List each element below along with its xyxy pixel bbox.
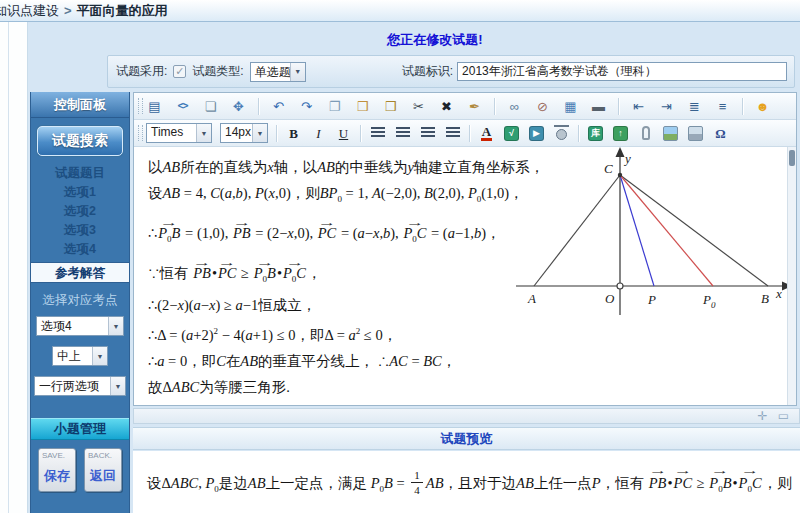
page-break-icon[interactable] [553,125,570,142]
fullscreen-icon[interactable]: ✥ [230,98,247,115]
segment-AC [534,175,620,286]
copy-icon[interactable]: ❐ [326,98,343,115]
paste-from-word-icon[interactable]: ❒ [382,98,399,115]
cut-icon[interactable]: ✂ [410,98,427,115]
bold-icon[interactable]: B [285,125,302,142]
question-meta-form: 试题采用: ✓ 试题类型: 单选题 ▼ 试题标识: [107,55,795,88]
left-gutter [0,22,28,513]
sub-question-header: 小题管理 [31,418,129,440]
special-char-icon[interactable]: Ω [712,125,729,142]
link-icon[interactable]: ∞ [506,98,523,115]
point-C [618,173,622,177]
outdent-icon[interactable]: ⇤ [630,98,647,115]
table-icon[interactable]: ▦ [562,98,579,115]
insert-image-icon[interactable] [662,125,679,142]
emoticon-icon[interactable]: ☻ [754,98,771,115]
remove-format-icon[interactable]: ✖ [438,98,455,115]
insert-picture-icon[interactable] [687,125,704,142]
font-color-icon[interactable]: A [478,125,495,142]
unordered-list-icon[interactable]: ≡ [714,98,731,115]
main-panel: 您正在修改试题! 试题采用: ✓ 试题类型: 单选题 ▼ 试题标识: 控制面板 … [0,22,800,513]
sidebar-item-option4[interactable]: 选项4 [31,240,129,259]
resource-library-icon[interactable]: 库 [587,125,604,142]
media-icon[interactable]: ▶ [528,125,545,142]
horizontal-rule-icon[interactable]: ▬ [590,98,607,115]
app-window: 知识点建设>平面向量的应用 您正在修改试题! 试题采用: ✓ 试题类型: 单选题… [0,0,800,513]
label-y: y [623,151,631,166]
back-button[interactable]: BACK.返回 [84,448,122,492]
formula-editor-icon[interactable]: √ [503,125,520,142]
italic-icon[interactable]: I [310,125,327,142]
chevron-down-icon: ▼ [108,317,123,335]
id-label: 试题标识: [402,63,453,80]
label-x: x [775,286,782,301]
chevron-down-icon: ▼ [196,124,211,142]
editor-scrollbar[interactable] [787,147,796,405]
math-line: 故ΔABC为等腰三角形. [148,374,796,400]
save-button[interactable]: SAVE.保存 [38,448,76,492]
editor-toolbar-row1: ▤<>❏✥↶↷❐❒❒✂✖✒∞⊘▦▬⇤⇥≣≡☻ [134,93,796,120]
knowledge-point-label: 选择对应考点 [31,292,129,309]
adopt-label: 试题采用: [116,63,167,80]
source-code-icon[interactable]: <> [174,98,191,115]
align-left-icon[interactable] [419,125,436,142]
ordered-list-icon[interactable]: ≣ [686,98,703,115]
expand-icon[interactable]: ✛ [758,410,768,422]
collapse-icon[interactable]: ▭ [778,410,789,422]
segment-CB [620,175,768,286]
sidebar-item-option3[interactable]: 选项3 [31,221,129,240]
upload-image-icon[interactable]: ↑ [612,125,629,142]
align-right-icon[interactable] [444,125,461,142]
preview-body: 设ΔABC, P0是边AB上一定点，满足 P0B = 14AB，且对于边AB上任… [133,451,800,513]
layout-select[interactable]: 一行两选项▼ [34,376,126,396]
toolbar-separator [258,98,259,115]
segment-CP [620,175,654,286]
label-P0: P0 [702,292,716,310]
check-icon: ✓ [175,65,184,78]
format-painter-icon[interactable]: ✒ [466,98,483,115]
align-justify-icon[interactable] [369,125,386,142]
toolbar-separator [618,98,619,115]
label-B: B [761,291,769,306]
save-icon[interactable]: ▤ [146,98,163,115]
preview-line: 设ΔABC, P0是边AB上一定点，满足 P0B = 14AB，且对于边AB上任… [133,451,800,498]
redo-icon[interactable]: ↷ [298,98,315,115]
indent-icon[interactable]: ⇥ [658,98,675,115]
label-P: P [647,292,656,307]
scrollbar-thumb[interactable] [789,150,795,166]
font-family-select[interactable]: Times ▼ [146,123,212,143]
difficulty-select[interactable]: 中上▼ [52,346,108,366]
toolbar-separator [469,125,470,142]
sidebar-item-reference-answer[interactable]: 参考解答 [31,262,129,283]
editing-notice: 您正在修改试题! [0,31,800,49]
segment-CP0 [620,175,713,286]
sidebar-item-option2[interactable]: 选项2 [31,202,129,221]
toolbar-separator [578,125,579,142]
editor-content[interactable]: 以AB所在的直线为x轴，以AB的中垂线为y轴建立直角坐标系，设AB = 4, C… [134,147,796,405]
chevron-down-icon: ▼ [290,63,305,81]
underline-icon[interactable]: U [335,125,352,142]
attachment-icon[interactable] [637,125,654,142]
chevron-down-icon: ▼ [92,347,107,365]
undo-icon[interactable]: ↶ [270,98,287,115]
breadcrumb: 知识点建设>平面向量的应用 [0,0,800,22]
sidebar-item-question-body[interactable]: 试题题目 [31,164,129,183]
paste-icon[interactable]: ❒ [354,98,371,115]
math-line: ∴Δ = (a+2)2 − 4(a+1) ≤ 0，即Δ = a2 ≤ 0， [148,318,796,348]
answer-option-select[interactable]: 选项4▼ [36,316,124,336]
sidebar-item-option1[interactable]: 选项1 [31,183,129,202]
font-size-select[interactable]: 14px ▼ [220,123,268,143]
unlink-icon[interactable]: ⊘ [534,98,551,115]
type-label: 试题类型: [192,63,243,80]
align-center-icon[interactable] [394,125,411,142]
question-type-select[interactable]: 单选题 ▼ [250,62,306,82]
geometry-figure[interactable]: y C A O P P0 B x [506,147,796,319]
breadcrumb-parent[interactable]: 知识点建设 [0,3,59,18]
question-search-button[interactable]: 试题搜索 [37,126,123,156]
question-id-input[interactable] [457,62,787,81]
breadcrumb-separator: > [64,3,72,18]
preview-page-icon[interactable]: ❏ [202,98,219,115]
adopt-checkbox[interactable]: ✓ [173,65,186,78]
control-panel-header: 控制面板 [31,92,129,118]
chevron-down-icon: ▼ [110,377,125,395]
